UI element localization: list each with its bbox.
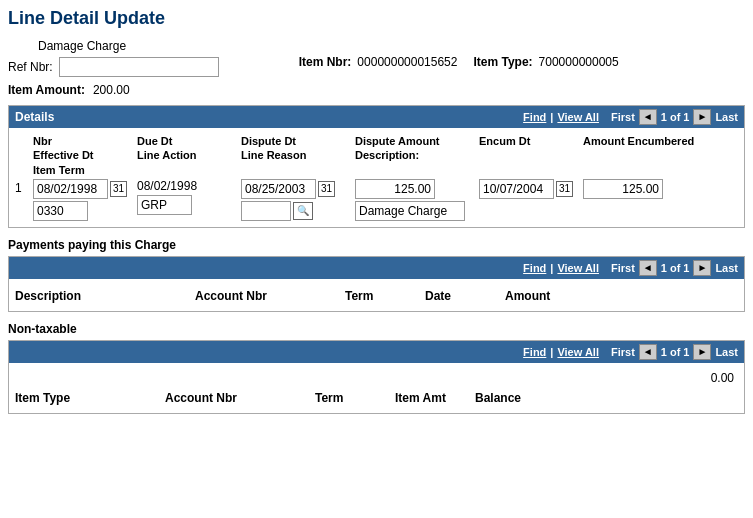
amount-encumbered-input[interactable]	[583, 179, 663, 199]
nontax-section-label: Non-taxable	[8, 322, 745, 336]
details-last-label: Last	[715, 111, 738, 123]
col-effective-dt: Nbr Effective Dt Item Term	[33, 134, 133, 177]
nontax-next-button[interactable]: ►	[693, 344, 711, 360]
details-prev-button[interactable]: ◄	[639, 109, 657, 125]
item-amount-label: Item Amount:	[8, 83, 85, 97]
payments-viewall-link[interactable]: View All	[557, 262, 599, 274]
line-action-input[interactable]	[137, 195, 192, 215]
details-body: Nbr Effective Dt Item Term Due Dt Line A…	[9, 128, 744, 227]
col-dispute-dt: Dispute Dt Line Reason	[241, 134, 351, 177]
table-row: 1 31 08/02/1998	[15, 179, 738, 221]
payments-find-link[interactable]: Find	[523, 262, 546, 274]
item-term-input[interactable]	[33, 201, 88, 221]
payments-prev-button[interactable]: ◄	[639, 260, 657, 276]
payments-col-date: Date	[425, 289, 505, 303]
ref-nbr-input[interactable]	[59, 57, 219, 77]
nontax-page-info: 1 of 1	[661, 346, 690, 358]
details-nav: Find | View All First ◄ 1 of 1 ► Last	[523, 109, 738, 125]
details-title: Details	[15, 110, 54, 124]
item-type-value: 700000000005	[539, 55, 619, 69]
dispute-dt-calendar-button[interactable]: 31	[318, 181, 335, 197]
details-page-info: 1 of 1	[661, 111, 690, 123]
payments-col-description: Description	[15, 289, 195, 303]
item-amount-value: 200.00	[93, 83, 130, 97]
nontax-prev-button[interactable]: ◄	[639, 344, 657, 360]
encum-dt-calendar-button[interactable]: 31	[556, 181, 573, 197]
nontax-header: Find | View All First ◄ 1 of 1 ► Last	[9, 341, 744, 363]
nontax-col-item-amt: Item Amt	[395, 391, 475, 405]
payments-col-account-nbr: Account Nbr	[195, 289, 345, 303]
damage-charge-label: Damage Charge	[38, 39, 219, 53]
nontax-last-label: Last	[715, 346, 738, 358]
effective-dt-calendar-button[interactable]: 31	[110, 181, 127, 197]
details-viewall-link[interactable]: View All	[557, 111, 599, 123]
details-header: Details Find | View All First ◄ 1 of 1 ►…	[9, 106, 744, 128]
description-input[interactable]	[355, 201, 465, 221]
details-section: Details Find | View All First ◄ 1 of 1 ►…	[8, 105, 745, 228]
col-dispute-amount: Dispute Amount Description:	[355, 134, 475, 177]
col-encum-dt: Encum Dt	[479, 134, 579, 177]
due-dt-value: 08/02/1998	[137, 179, 197, 193]
nontax-col-account-nbr: Account Nbr	[165, 391, 315, 405]
payments-col-term: Term	[345, 289, 425, 303]
payments-col-amount: Amount	[505, 289, 585, 303]
page-title: Line Detail Update	[8, 8, 745, 29]
col-due-dt: Due Dt Line Action	[137, 134, 237, 177]
item-nbr-label: Item Nbr:	[299, 55, 352, 69]
nontax-section: Find | View All First ◄ 1 of 1 ► Last 0.…	[8, 340, 745, 414]
dispute-amount-input[interactable]	[355, 179, 435, 199]
nontax-col-term: Term	[315, 391, 395, 405]
col-amount-encumbered: Amount Encumbered	[583, 134, 703, 177]
payments-nav: Find | View All First ◄ 1 of 1 ► Last	[523, 260, 738, 276]
row-number: 1	[15, 179, 29, 195]
item-type-label: Item Type:	[473, 55, 532, 69]
payments-last-label: Last	[715, 262, 738, 274]
nontax-col-balance: Balance	[475, 391, 555, 405]
effective-dt-input[interactable]	[33, 179, 108, 199]
nontax-nav: Find | View All First ◄ 1 of 1 ► Last	[523, 344, 738, 360]
dispute-dt-input[interactable]	[241, 179, 316, 199]
payments-body: Description Account Nbr Term Date Amount	[9, 279, 744, 311]
line-reason-input[interactable]	[241, 201, 291, 221]
nontax-col-item-type: Item Type	[15, 391, 165, 405]
details-find-link[interactable]: Find	[523, 111, 546, 123]
ref-nbr-label: Ref Nbr:	[8, 60, 53, 74]
payments-section: Find | View All First ◄ 1 of 1 ► Last De…	[8, 256, 745, 312]
payments-header: Find | View All First ◄ 1 of 1 ► Last	[9, 257, 744, 279]
nontax-amount-value: 0.00	[711, 371, 734, 385]
line-reason-search-button[interactable]: 🔍	[293, 202, 313, 220]
encum-dt-input[interactable]	[479, 179, 554, 199]
payments-next-button[interactable]: ►	[693, 260, 711, 276]
item-nbr-value: 000000000015652	[357, 55, 457, 69]
details-next-button[interactable]: ►	[693, 109, 711, 125]
payments-page-info: 1 of 1	[661, 262, 690, 274]
nontax-viewall-link[interactable]: View All	[557, 346, 599, 358]
payments-first-label: First	[611, 262, 635, 274]
nontax-find-link[interactable]: Find	[523, 346, 546, 358]
details-first-label: First	[611, 111, 635, 123]
nontax-first-label: First	[611, 346, 635, 358]
payments-section-label: Payments paying this Charge	[8, 238, 745, 252]
nontax-body: 0.00 Item Type Account Nbr Term Item Amt…	[9, 363, 744, 413]
